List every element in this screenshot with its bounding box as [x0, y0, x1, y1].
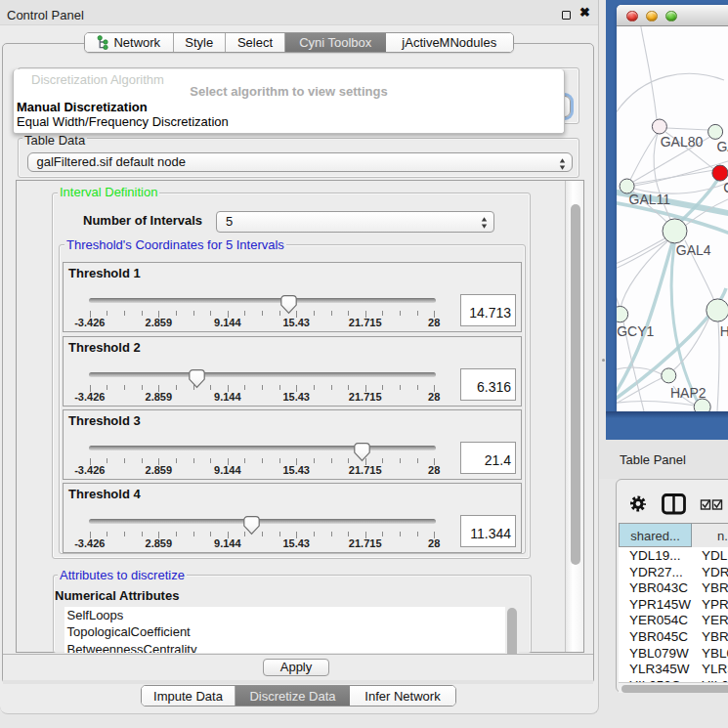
svg-text:H: H [720, 323, 728, 339]
svg-text:GAL80: GAL80 [661, 134, 704, 150]
svg-text:C: C [723, 180, 728, 195]
svg-text:HAP2: HAP2 [670, 385, 707, 401]
svg-text:GAL4: GAL4 [676, 242, 711, 258]
svg-text:GA: GA [716, 139, 728, 154]
svg-text:GCY1: GCY1 [617, 323, 654, 339]
svg-text:GAL11: GAL11 [629, 192, 671, 207]
